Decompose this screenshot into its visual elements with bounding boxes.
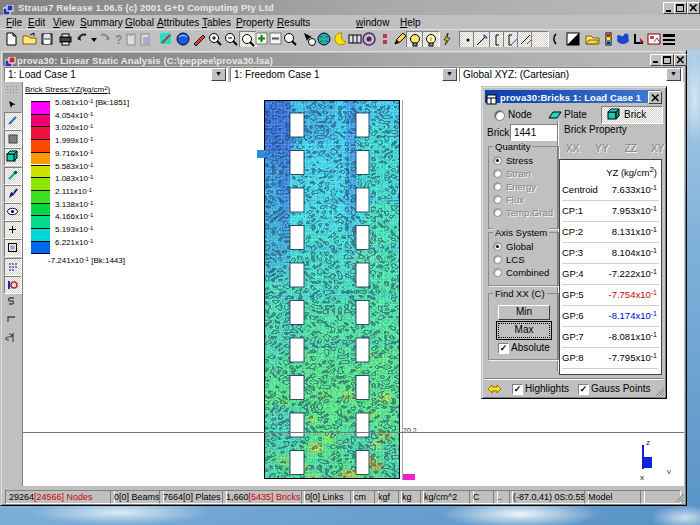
svg-text:z: z xyxy=(646,438,650,447)
svg-text:?: ? xyxy=(115,33,122,47)
svg-text:x: x xyxy=(640,473,644,482)
